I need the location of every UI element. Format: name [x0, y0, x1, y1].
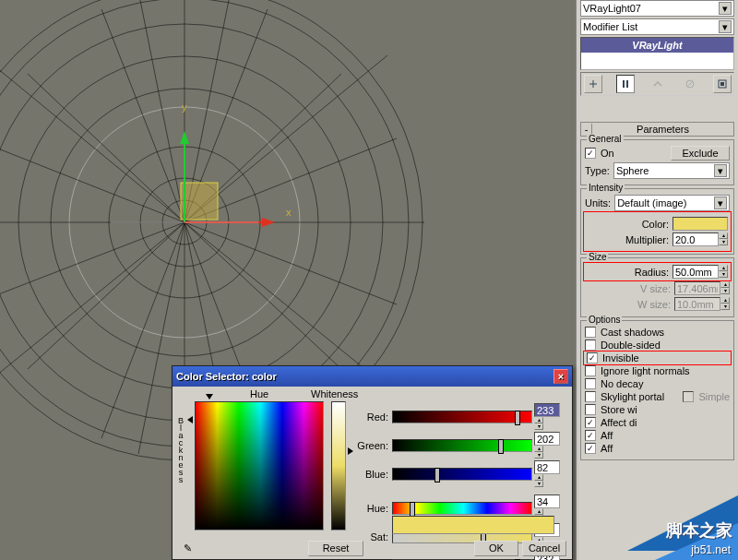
multiplier-spinner[interactable]: ▴▾	[673, 232, 728, 246]
spinner-down-icon[interactable]: ▾	[719, 239, 728, 245]
color-selector-dialog[interactable]: Color Selector: color × Hue Whiteness Bl…	[172, 365, 573, 560]
svg-rect-41	[623, 80, 625, 88]
svg-line-15	[184, 222, 341, 369]
type-dropdown[interactable]: Sphere ▾	[613, 162, 730, 179]
svg-line-30	[138, 0, 184, 222]
red-spinner[interactable]: ▴▾	[534, 403, 560, 430]
chevron-down-icon: ▾	[714, 164, 727, 177]
object-name: VRayLight07	[583, 3, 719, 14]
spinner-up-icon[interactable]: ▴	[719, 265, 728, 271]
aff-checkbox-2[interactable]: ✓	[585, 443, 596, 454]
spinner-down-icon: ▾	[720, 288, 730, 294]
group-intensity: Intensity Units: Default (image) ▾ Color…	[580, 188, 734, 255]
svg-line-24	[184, 222, 397, 304]
exclude-button[interactable]: Exclude	[671, 146, 730, 161]
pin-stack-button[interactable]	[584, 75, 602, 93]
blackness-header: Blackness	[176, 416, 185, 483]
command-panel: VRayLight07 ▾ Modifier List ▾ VRayLight …	[576, 0, 738, 560]
green-slider[interactable]	[392, 439, 532, 452]
modifier-stack[interactable]: VRayLight	[580, 37, 734, 70]
svg-line-28	[184, 222, 387, 387]
remove-modifier-button[interactable]	[681, 75, 699, 93]
output-color-swatch	[392, 516, 554, 534]
whiteness-bar[interactable]	[331, 401, 346, 530]
watermark-text: 脚本之家	[666, 519, 732, 542]
object-name-dropdown[interactable]: VRayLight07 ▾	[580, 0, 734, 17]
ignore-normals-checkbox[interactable]	[585, 365, 596, 376]
vsize-input	[674, 281, 720, 295]
wsize-label: W size:	[585, 299, 673, 310]
dialog-title: Color Selector: color	[176, 371, 277, 382]
modifier-toolbar	[580, 72, 734, 96]
show-end-result-button[interactable]	[616, 75, 635, 93]
spinner-up-icon: ▴	[720, 281, 730, 288]
multiplier-label: Multiplier:	[587, 234, 671, 245]
eyedropper-icon[interactable]: ✎	[178, 541, 197, 556]
multiplier-input[interactable]	[673, 232, 719, 246]
spinner-up-icon: ▴	[720, 297, 730, 304]
group-size: Size Radius: ▴▾ V size: ▴▾ W size: ▴▾	[580, 257, 734, 317]
green-spinner[interactable]: ▴▾	[534, 432, 560, 459]
vsize-label: V size:	[585, 283, 673, 294]
on-label: On	[601, 148, 614, 159]
svg-rect-42	[626, 80, 628, 88]
whiteness-pointer-icon	[348, 447, 353, 455]
configure-sets-button[interactable]	[713, 75, 732, 93]
chevron-down-icon: ▾	[714, 197, 727, 209]
units-label: Units:	[585, 197, 613, 209]
store-wi-checkbox[interactable]	[585, 404, 596, 415]
modifier-list-label: Modifier List	[583, 21, 719, 32]
svg-line-26	[0, 222, 184, 387]
svg-text:x: x	[286, 207, 292, 218]
aff-checkbox-1[interactable]: ✓	[585, 430, 596, 441]
spinner-up-icon[interactable]: ▴	[719, 232, 728, 239]
affect-di-checkbox[interactable]: ✓	[585, 417, 596, 428]
svg-text:y: y	[182, 101, 187, 113]
blue-spinner[interactable]: ▴▾	[534, 460, 560, 487]
radius-label: Radius:	[587, 267, 671, 278]
whiteness-header: Whiteness	[311, 388, 358, 399]
simple-checkbox	[683, 391, 694, 402]
watermark-url: jb51.net	[691, 543, 731, 556]
no-decay-checkbox[interactable]	[585, 378, 596, 389]
radius-input[interactable]	[673, 265, 719, 279]
chevron-down-icon: ▾	[719, 20, 732, 33]
red-slider[interactable]	[392, 411, 532, 423]
hue-field[interactable]	[195, 401, 324, 530]
units-dropdown[interactable]: Default (image) ▾	[614, 195, 730, 211]
spinner-down-icon[interactable]: ▾	[719, 271, 728, 278]
wsize-spinner: ▴▾	[674, 297, 730, 311]
stack-item-vraylight[interactable]: VRayLight	[581, 38, 733, 53]
type-label: Type:	[585, 165, 612, 176]
blue-slider[interactable]	[392, 468, 532, 481]
skylight-portal-checkbox[interactable]	[585, 391, 596, 402]
hue-slider[interactable]	[392, 502, 532, 515]
modifier-list-dropdown[interactable]: Modifier List ▾	[580, 18, 734, 35]
radius-spinner[interactable]: ▴▾	[673, 265, 728, 279]
transform-gizmo[interactable]: y x	[111, 101, 292, 227]
group-options: Options Cast shadows Double-sided ✓Invis…	[580, 320, 734, 460]
make-unique-button[interactable]	[649, 75, 667, 93]
hue-header: Hue	[250, 388, 268, 399]
close-button[interactable]: ×	[554, 369, 568, 384]
hue-pointer-icon	[206, 394, 213, 399]
dialog-titlebar[interactable]: Color Selector: color ×	[173, 366, 572, 387]
svg-line-16	[28, 74, 184, 222]
ok-button[interactable]: OK	[474, 541, 518, 556]
svg-rect-33	[181, 183, 218, 220]
cast-shadows-checkbox[interactable]	[585, 327, 596, 338]
svg-marker-35	[180, 131, 189, 144]
on-checkbox[interactable]: ✓	[585, 148, 596, 159]
cancel-button[interactable]: Cancel	[522, 541, 566, 556]
color-fields: Red:▴▾ Green:▴▾ Blue:▴▾ Hue:▴▾ Sat:▴▾ Va…	[357, 401, 560, 560]
svg-line-27	[0, 55, 184, 222]
color-swatch[interactable]	[673, 217, 728, 231]
reset-button[interactable]: Reset	[308, 541, 363, 556]
svg-line-22	[0, 222, 184, 304]
invisible-checkbox[interactable]: ✓	[587, 352, 598, 363]
color-label: Color:	[587, 219, 671, 230]
wsize-input	[674, 297, 720, 311]
double-sided-checkbox[interactable]	[585, 340, 596, 351]
spinner-down-icon: ▾	[720, 304, 730, 310]
svg-line-44	[687, 81, 693, 87]
